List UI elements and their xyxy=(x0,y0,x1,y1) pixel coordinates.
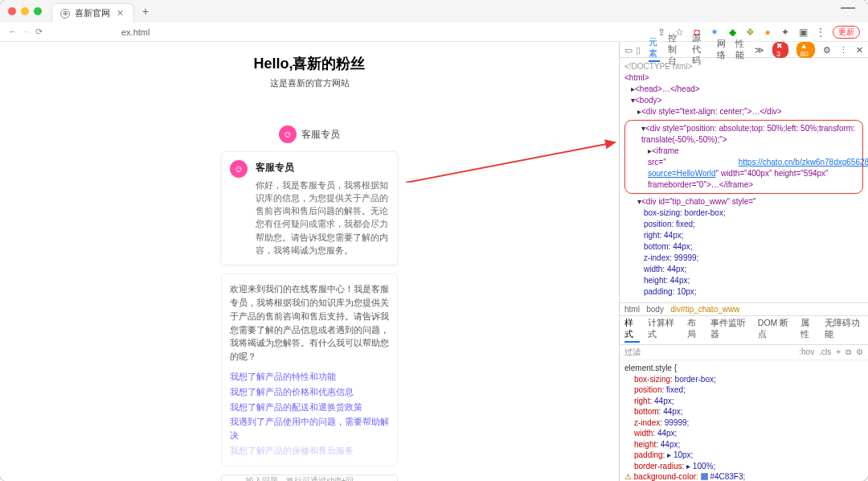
style-line[interactable]: bottom: 44px; xyxy=(624,406,863,417)
cls-toggle[interactable]: .cls xyxy=(819,347,831,357)
hov-toggle[interactable]: :hov xyxy=(799,347,814,357)
suggested-question[interactable]: 我想了解产品的保修和售后服务 xyxy=(230,444,389,458)
suggested-question[interactable]: 我遇到了产品使用中的问题，需要帮助解决 xyxy=(230,415,389,442)
style-line[interactable]: width: 44px; xyxy=(624,428,863,439)
highlighted-node[interactable]: ▾<div style="position: absolute;top: 50%… xyxy=(624,120,863,194)
suggested-question[interactable]: 我想了解产品的价格和优惠信息 xyxy=(230,385,389,399)
ext-icon-5[interactable]: ● xyxy=(762,27,773,38)
new-tab-button[interactable]: + xyxy=(142,5,149,18)
styles-pane[interactable]: element.style { box-sizing: border-box;p… xyxy=(620,360,868,481)
css-line: padding: 10px; xyxy=(644,286,863,298)
subtab-listeners[interactable]: 事件监听器 xyxy=(710,318,749,343)
ext-icon-4[interactable]: ❖ xyxy=(744,27,755,38)
style-line[interactable]: z-index: 99999; xyxy=(624,417,863,429)
close-window[interactable] xyxy=(8,7,16,15)
subtab-styles[interactable]: 样式 xyxy=(624,318,640,343)
agent-label: 客服专员 xyxy=(301,128,340,142)
reload-button[interactable]: ⟳ xyxy=(35,27,43,37)
title-bar: ⊕ 喜新官网 ✕ + xyxy=(0,0,868,23)
minimize-icon[interactable] xyxy=(841,7,855,9)
menu-icon[interactable]: ⋮ xyxy=(815,27,826,38)
style-line[interactable]: position: fixed; xyxy=(624,384,863,396)
tab-title: 喜新官网 xyxy=(75,7,110,19)
devtools-tabs: ▭▯ 元素 控制台 源代码 网络 性能 ≫ ✖ 3 ▲ 80 ⚙ ⋮ ✕ xyxy=(620,42,868,58)
style-line[interactable]: height: 44px; xyxy=(624,439,863,450)
settings-icon[interactable]: ⚙ xyxy=(856,347,863,357)
styles-tabs: 样式 计算样式 布局 事件监听器 DOM 断点 属性 无障碍功能 xyxy=(620,316,868,345)
toolbar-icons: ⇪ ☆ ◘ ✶ ◆ ❖ ● ✦ ▣ ⋮ 更新 xyxy=(656,26,860,39)
close-devtools-icon[interactable]: ✕ xyxy=(856,45,863,55)
styles-filter: 过滤 :hov .cls + ⧉ ⚙ xyxy=(620,345,868,360)
profile-icon[interactable]: ▣ xyxy=(797,27,809,38)
back-button[interactable]: ← xyxy=(8,27,17,37)
annotation-arrow xyxy=(406,138,619,183)
traffic-lights xyxy=(8,7,42,15)
plus-icon[interactable]: + xyxy=(836,347,841,357)
forward-button[interactable]: → xyxy=(22,27,31,37)
style-line[interactable]: padding: ▸ 10px; xyxy=(624,450,863,461)
css-line: width: 44px; xyxy=(644,264,863,275)
agent-avatar-icon: ☺ xyxy=(230,160,248,178)
css-line: bottom: 44px; xyxy=(644,241,863,253)
css-line: right: 44px; xyxy=(644,230,863,241)
css-line: position: fixed; xyxy=(644,219,863,230)
share-icon[interactable]: ⇪ xyxy=(656,27,667,38)
ext-icon-2[interactable]: ✶ xyxy=(709,27,720,38)
svg-line-0 xyxy=(406,142,615,183)
style-line[interactable]: border-radius: ▸ 100%; xyxy=(624,461,863,472)
css-line: height: 44px; xyxy=(644,275,863,286)
style-line[interactable]: box-sizing: border-box; xyxy=(624,374,863,385)
extensions-icon[interactable]: ✦ xyxy=(780,27,791,38)
url-display[interactable]: ex.html xyxy=(121,27,149,37)
filter-label[interactable]: 过滤 xyxy=(624,347,641,358)
agent-intro-card: ☺ 客服专员 你好，我是客服专员，我将根据知识库的信息，为您提供关于产品的售前咨… xyxy=(221,151,398,265)
elements-tree[interactable]: <!DOCTYPE html> <html> ▸<head>…</head> ▾… xyxy=(620,58,868,302)
favicon-icon: ⊕ xyxy=(60,9,70,18)
web-page: Hello,喜新的粉丝 这是喜新的官方网站 ☺ 客服专员 ☺ 客服专员 你好，我… xyxy=(0,42,619,481)
nav-arrows: ← → ⟳ xyxy=(8,27,43,37)
devtools-panel: ▭▯ 元素 控制台 源代码 网络 性能 ≫ ✖ 3 ▲ 80 ⚙ ⋮ ✕ <!D… xyxy=(619,42,868,481)
update-button[interactable]: 更新 xyxy=(833,26,860,39)
suggested-question[interactable]: 我想了解产品的配送和退换货政策 xyxy=(230,401,389,414)
subtab-props[interactable]: 属性 xyxy=(800,318,816,343)
ext-icon-3[interactable]: ◆ xyxy=(727,27,738,38)
card-title: 客服专员 xyxy=(256,160,389,175)
chat-input[interactable]: ☺ 输入问题，换行可通过shift+回车 🎤 ➤ xyxy=(221,475,398,481)
device-icon[interactable]: ▯ xyxy=(636,45,641,55)
close-tab-icon[interactable]: ✕ xyxy=(115,8,125,18)
inspect-icon[interactable]: ▭ xyxy=(624,45,633,55)
min-window[interactable] xyxy=(21,7,29,15)
tab-more[interactable]: ≫ xyxy=(755,45,764,55)
css-line: box-sizing: border-box; xyxy=(644,208,863,219)
more-icon[interactable]: ⋮ xyxy=(839,45,848,55)
browser-tab[interactable]: ⊕ 喜新官网 ✕ xyxy=(51,3,134,23)
box-icon[interactable]: ⧉ xyxy=(845,347,851,357)
breadcrumb[interactable]: html body div#tip_chato_www xyxy=(620,302,868,316)
subtab-layout[interactable]: 布局 xyxy=(687,318,702,343)
page-subtitle: 这是喜新的官方网站 xyxy=(0,77,619,89)
chat-widget: ☺ 客服专员 ☺ 客服专员 你好，我是客服专员，我将根据知识库的信息，为您提供关… xyxy=(221,125,398,481)
settings-icon[interactable]: ⚙ xyxy=(823,45,831,55)
chat-placeholder: 输入问题，换行可通过shift+回车 xyxy=(246,475,357,481)
warn-count: ▲ 80 xyxy=(796,42,815,58)
max-window[interactable] xyxy=(34,7,42,15)
subtab-dom[interactable]: DOM 断点 xyxy=(758,318,792,343)
subtab-computed[interactable]: 计算样式 xyxy=(648,318,679,343)
subtab-a11y[interactable]: 无障碍功能 xyxy=(825,318,863,343)
error-count: ✖ 3 xyxy=(772,42,788,58)
suggested-question[interactable]: 我想了解产品的特性和功能 xyxy=(230,370,389,384)
chat-text: 欢迎来到我们的在线客服中心！我是客服专员，我将根据我们的知识库为您提供关于产品的… xyxy=(230,284,389,361)
card-body: 你好，我是客服专员，我将根据知识库的信息，为您提供关于产品的售前咨询和售后问题的… xyxy=(256,180,388,255)
css-line: z-index: 99999; xyxy=(644,253,863,264)
agent-avatar-icon: ☺ xyxy=(279,125,297,143)
style-line[interactable]: right: 44px; xyxy=(624,396,863,407)
chat-message: 欢迎来到我们的在线客服中心！我是客服专员，我将根据我们的知识库为您提供关于产品的… xyxy=(221,273,398,467)
page-title: Hello,喜新的粉丝 xyxy=(0,54,619,73)
